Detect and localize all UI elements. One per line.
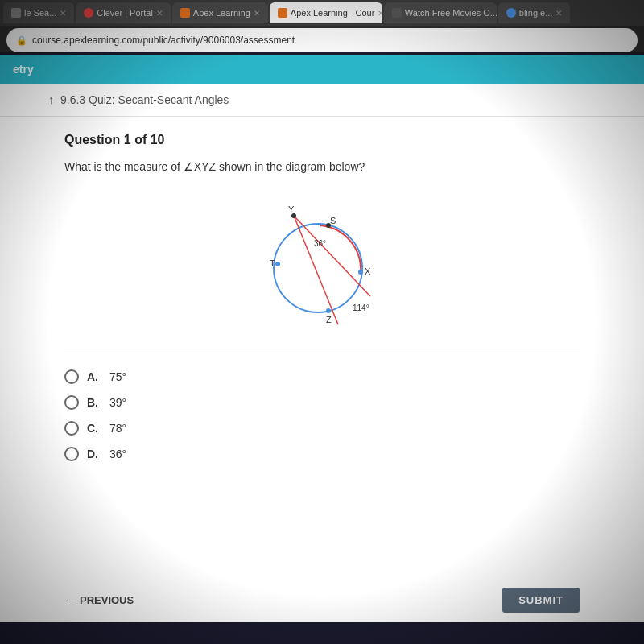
tab-close-icon[interactable]: ✕ [378, 9, 382, 18]
tab-close-icon[interactable]: ✕ [156, 9, 163, 18]
svg-point-7 [275, 262, 280, 266]
tab-close-icon[interactable]: ✕ [555, 9, 562, 18]
tab-label-movies: Watch Free Movies O... [405, 8, 497, 18]
tab-label-apex2: Apex Learning - Cour [291, 8, 375, 18]
nav-bar: etry [0, 55, 644, 84]
svg-text:Y: Y [288, 204, 295, 214]
tab-favicon [11, 8, 21, 18]
tab-search[interactable]: le Sea... ✕ [3, 2, 74, 23]
radio-a[interactable] [64, 369, 79, 384]
tab-movies[interactable]: Watch Free Movies O... ✕ [384, 2, 497, 23]
previous-label: PREVIOUS [80, 594, 134, 606]
answer-option-b[interactable]: B. 39° [64, 395, 580, 410]
answers-container: A. 75° B. 39° C. 78° D. 36° [64, 369, 580, 461]
tab-clever[interactable]: Clever | Portal ✕ [76, 2, 171, 23]
bottom-bar: ← PREVIOUS SUBMIT [0, 578, 644, 622]
radio-c[interactable] [64, 421, 79, 436]
tab-label: le Sea... [24, 8, 56, 18]
answer-option-d[interactable]: D. 36° [64, 447, 580, 461]
tab-apex1[interactable]: Apex Learning ✕ [172, 2, 268, 23]
answer-label-a: A. [87, 370, 98, 383]
diagram-container: Y S T X Z 36° 114° [64, 192, 580, 336]
quiz-breadcrumb: 9.6.3 Quiz: Secant-Secant Angles [60, 93, 229, 106]
tab-label-clever: Clever | Portal [97, 8, 153, 18]
arrow-left-icon: ← [64, 594, 75, 606]
answer-label-d: D. [87, 448, 98, 460]
answer-option-c[interactable]: C. 78° [64, 421, 580, 436]
address-text: course.apexlearning.com/public/activity/… [32, 35, 295, 46]
divider [64, 353, 580, 353]
question-text: What is the measure of ∠XYZ shown in the… [64, 159, 580, 175]
nav-title: etry [13, 63, 34, 76]
previous-button[interactable]: ← PREVIOUS [64, 594, 134, 606]
svg-text:S: S [330, 216, 336, 225]
tab-favicon-bling [506, 8, 516, 18]
svg-text:36°: 36° [314, 239, 326, 248]
quiz-header: ↑ 9.6.3 Quiz: Secant-Secant Angles [0, 84, 644, 117]
tab-favicon-clever [84, 8, 93, 18]
svg-point-9 [358, 270, 363, 275]
tab-label-apex1: Apex Learning [193, 8, 250, 18]
radio-b[interactable] [64, 395, 79, 410]
tab-close-icon[interactable]: ✕ [254, 9, 260, 18]
tab-apex2[interactable]: Apex Learning - Cour ✕ [270, 2, 382, 23]
svg-point-0 [274, 224, 362, 312]
answer-value-b: 39° [109, 396, 126, 409]
address-bar[interactable]: 🔒 course.apexlearning.com/public/activit… [6, 28, 638, 52]
answer-value-c: 78° [109, 422, 126, 435]
tab-close-icon[interactable]: ✕ [60, 9, 66, 18]
page-content: etry ↑ 9.6.3 Quiz: Secant-Secant Angles … [0, 55, 644, 622]
tab-bar: le Sea... ✕ Clever | Portal ✕ Apex Learn… [0, 0, 644, 26]
svg-point-11 [326, 308, 331, 313]
tab-label-bling: bling e... [519, 8, 553, 18]
radio-d[interactable] [64, 447, 79, 461]
svg-text:Z: Z [326, 315, 332, 324]
quiz-icon: ↑ [48, 93, 54, 106]
answer-label-b: B. [87, 396, 98, 409]
answer-option-a[interactable]: A. 75° [64, 369, 580, 384]
question-area: Question 1 of 10 What is the measure of … [0, 117, 644, 477]
svg-text:T: T [270, 258, 275, 268]
tab-favicon-apex1 [180, 8, 190, 18]
question-number: Question 1 of 10 [64, 133, 580, 147]
answer-label-c: C. [87, 422, 98, 435]
svg-text:X: X [365, 266, 371, 276]
tab-favicon-apex2 [278, 8, 287, 18]
geometry-diagram: Y S T X Z 36° 114° [233, 192, 411, 336]
answer-value-d: 36° [109, 448, 126, 460]
lock-icon: 🔒 [16, 35, 27, 46]
svg-text:114°: 114° [353, 303, 369, 312]
tab-bling[interactable]: bling e... ✕ [498, 2, 571, 23]
submit-button[interactable]: SUBMIT [502, 588, 580, 613]
browser-chrome: le Sea... ✕ Clever | Portal ✕ Apex Learn… [0, 0, 644, 52]
answer-value-a: 75° [109, 370, 126, 383]
tab-favicon-movies [392, 8, 402, 18]
